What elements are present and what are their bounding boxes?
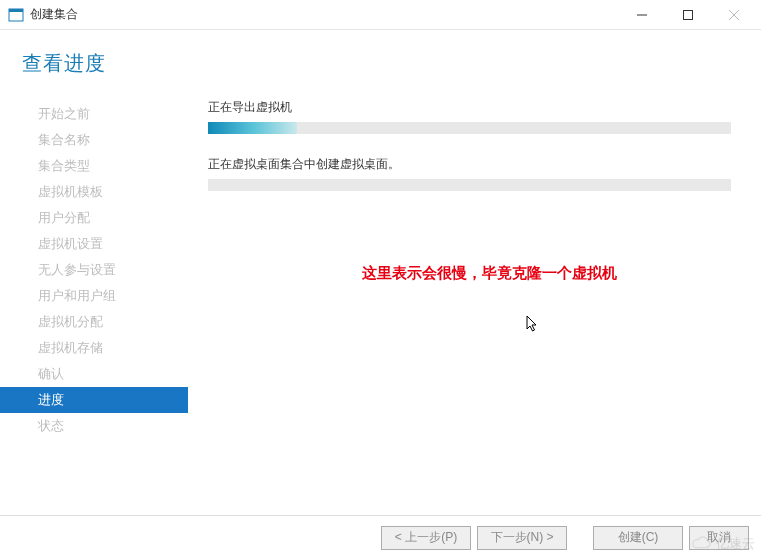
close-button[interactable]	[711, 0, 757, 30]
annotation-text: 这里表示会很慢，毕竟克隆一个虚拟机	[268, 263, 711, 283]
task-label-create: 正在虚拟桌面集合中创建虚拟桌面。	[208, 156, 731, 173]
sidebar-item-progress: 进度	[0, 387, 188, 413]
sidebar-item-vm-settings: 虚拟机设置	[0, 231, 188, 257]
prev-button[interactable]: < 上一步(P)	[381, 526, 471, 550]
sidebar-item-vm-storage: 虚拟机存储	[0, 335, 188, 361]
sidebar-item-collection-type: 集合类型	[0, 153, 188, 179]
sidebar-item-collection-name: 集合名称	[0, 127, 188, 153]
progress-bar-create	[208, 179, 731, 191]
sidebar-item-user-assign: 用户分配	[0, 205, 188, 231]
task-label-export: 正在导出虚拟机	[208, 99, 731, 116]
wizard-body: 开始之前 集合名称 集合类型 虚拟机模板 用户分配 虚拟机设置 无人参与设置 用…	[0, 93, 761, 511]
app-icon	[8, 7, 24, 23]
sidebar-item-users-groups: 用户和用户组	[0, 283, 188, 309]
wizard-main: 正在导出虚拟机 正在虚拟桌面集合中创建虚拟桌面。 这里表示会很慢，毕竟克隆一个虚…	[188, 93, 761, 511]
page-header: 查看进度	[0, 30, 761, 93]
progress-fill-export	[208, 122, 297, 134]
next-button[interactable]: 下一步(N) >	[477, 526, 567, 550]
maximize-button[interactable]	[665, 0, 711, 30]
create-button[interactable]: 创建(C)	[593, 526, 683, 550]
wizard-sidebar: 开始之前 集合名称 集合类型 虚拟机模板 用户分配 虚拟机设置 无人参与设置 用…	[0, 93, 188, 511]
progress-bar-export	[208, 122, 731, 134]
cursor-icon	[526, 315, 540, 336]
cancel-button[interactable]: 取消	[689, 526, 749, 550]
window-title: 创建集合	[30, 6, 78, 23]
minimize-button[interactable]	[619, 0, 665, 30]
window-controls	[619, 0, 757, 30]
sidebar-item-status: 状态	[0, 413, 188, 439]
titlebar: 创建集合	[0, 0, 761, 30]
svg-rect-1	[9, 9, 23, 12]
sidebar-item-before-start: 开始之前	[0, 101, 188, 127]
sidebar-item-vm-alloc: 虚拟机分配	[0, 309, 188, 335]
svg-rect-3	[684, 10, 693, 19]
sidebar-item-unattended: 无人参与设置	[0, 257, 188, 283]
page-title: 查看进度	[22, 50, 753, 77]
wizard-footer: < 上一步(P) 下一步(N) > 创建(C) 取消	[0, 515, 761, 559]
sidebar-item-confirm: 确认	[0, 361, 188, 387]
sidebar-item-vm-template: 虚拟机模板	[0, 179, 188, 205]
